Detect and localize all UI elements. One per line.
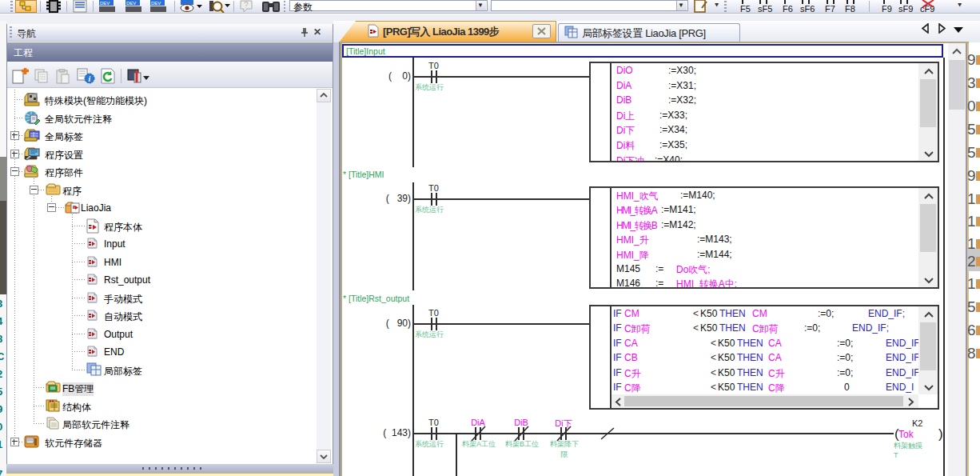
svg-text:?: ? [244, 1, 249, 10]
svg-text:DEV: DEV [126, 1, 136, 6]
svg-text:i: i [89, 74, 91, 83]
svg-text:DEV: DEV [151, 1, 161, 6]
svg-text:DEV: DEV [100, 1, 110, 6]
